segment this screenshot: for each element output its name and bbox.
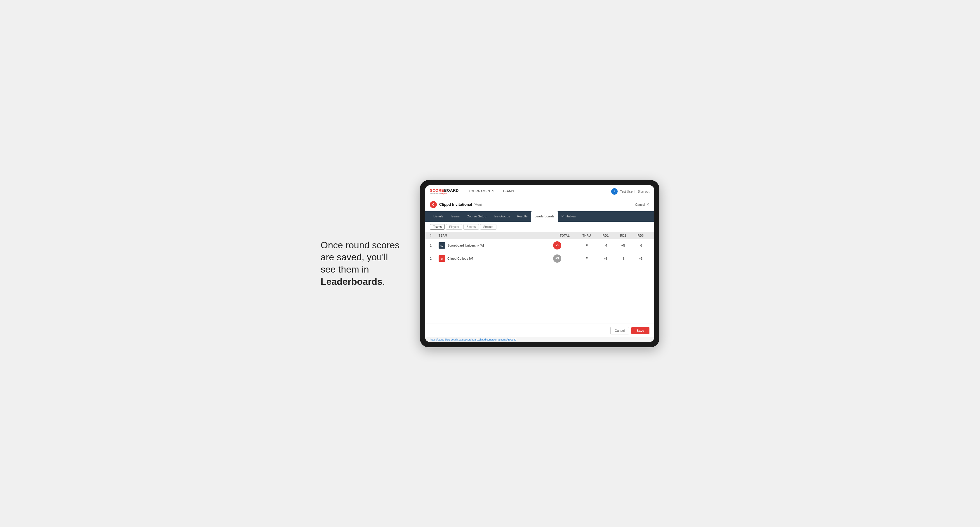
col-total: TOTAL <box>553 234 576 237</box>
tab-leaderboards[interactable]: Leaderboards <box>531 211 558 222</box>
row1-rd1: -4 <box>597 244 614 247</box>
row1-score-badge: -5 <box>553 241 561 249</box>
col-rd2: RD2 <box>614 234 632 237</box>
filter-row: Teams Players Scores Strokes <box>425 222 654 232</box>
row2-team-logo: C <box>439 256 445 262</box>
cancel-x-icon: ✕ <box>646 202 649 206</box>
table-row: 2 C Clippd College [A] +3 F +8 -8 + <box>425 252 654 265</box>
svg-text:SU: SU <box>441 245 443 247</box>
tab-results[interactable]: Results <box>513 211 531 222</box>
status-bar: https://stage-blue-coach.stagescoreboard… <box>425 337 654 342</box>
table-header: # TEAM TOTAL THRU RD1 RD2 RD3 <box>425 232 654 239</box>
row2-thru: F <box>576 257 597 260</box>
tab-printables[interactable]: Printables <box>558 211 579 222</box>
row1-team-name: Scoreboard University [A] <box>447 244 484 247</box>
col-rd3: RD3 <box>632 234 649 237</box>
nav-tournaments[interactable]: TOURNAMENTS <box>465 185 498 198</box>
filter-players-button[interactable]: Players <box>446 224 462 230</box>
powered-by: Powered by clippd <box>430 193 459 195</box>
filter-teams-button[interactable]: Teams <box>430 224 445 230</box>
user-avatar: S <box>611 188 617 195</box>
row1-rank: 1 <box>430 244 439 247</box>
col-thru: THRU <box>576 234 597 237</box>
row1-team-logo: SU <box>439 242 445 249</box>
nav-teams[interactable]: TEAMS <box>498 185 518 198</box>
table-row: 1 SU Scoreboard University [A] -5 F -4 +… <box>425 239 654 252</box>
footer-cancel-button[interactable]: Cancel <box>610 327 629 334</box>
row1-thru: F <box>576 244 597 247</box>
row2-total: +3 <box>553 254 576 263</box>
row1-team-cell: SU Scoreboard University [A] <box>439 242 553 249</box>
tab-course-setup[interactable]: Course Setup <box>463 211 490 222</box>
tournament-header: C Clippd Invitational (Men) Cancel ✕ <box>425 198 654 211</box>
row2-rd2: -8 <box>614 257 632 260</box>
tabs-bar: Details Teams Course Setup Tee Groups Re… <box>425 211 654 222</box>
sign-out-link[interactable]: Sign out <box>638 190 649 193</box>
row2-score-badge: +3 <box>553 254 561 263</box>
nav-right: S Test User | Sign out <box>611 188 649 195</box>
tab-teams[interactable]: Teams <box>447 211 463 222</box>
top-nav: SCOREBOARD Powered by clippd TOURNAMENTS… <box>425 185 654 198</box>
row2-rank: 2 <box>430 257 439 260</box>
nav-links: TOURNAMENTS TEAMS <box>465 185 518 198</box>
status-url: https://stage-blue-coach.stagescoreboard… <box>430 338 516 341</box>
svg-text:C: C <box>441 257 443 260</box>
sidebar-description: Once round scores are saved, you'll see … <box>321 239 402 288</box>
sidebar-end: . <box>383 276 385 287</box>
modal-footer: Cancel Save <box>425 324 654 337</box>
user-name: Test User | <box>620 190 635 193</box>
tab-details[interactable]: Details <box>430 211 447 222</box>
col-rd1: RD1 <box>597 234 614 237</box>
row1-rd3: -6 <box>632 244 649 247</box>
tablet-device: SCOREBOARD Powered by clippd TOURNAMENTS… <box>420 180 659 347</box>
sidebar-highlight: Leaderboards <box>321 276 383 287</box>
app-window: SCOREBOARD Powered by clippd TOURNAMENTS… <box>425 185 654 342</box>
tournament-icon: C <box>430 201 437 208</box>
row1-rd2: +5 <box>614 244 632 247</box>
content-area <box>425 265 654 324</box>
filter-scores-button[interactable]: Scores <box>463 224 479 230</box>
row2-rd3: +3 <box>632 257 649 260</box>
col-rank: # <box>430 234 439 237</box>
tab-tee-groups[interactable]: Tee Groups <box>490 211 513 222</box>
row1-total: -5 <box>553 241 576 249</box>
tournament-cancel-button[interactable]: Cancel ✕ <box>635 202 649 206</box>
app-logo: SCOREBOARD <box>430 188 459 193</box>
tournament-subtitle: (Men) <box>474 203 482 206</box>
logo-area: SCOREBOARD Powered by clippd <box>430 188 459 195</box>
tournament-title: Clippd Invitational <box>439 202 472 206</box>
row2-team-cell: C Clippd College [A] <box>439 256 553 262</box>
footer-save-button[interactable]: Save <box>632 327 649 334</box>
col-team: TEAM <box>439 234 553 237</box>
row2-rd1: +8 <box>597 257 614 260</box>
row2-team-name: Clippd College [A] <box>447 257 473 260</box>
filter-strokes-button[interactable]: Strokes <box>480 224 496 230</box>
